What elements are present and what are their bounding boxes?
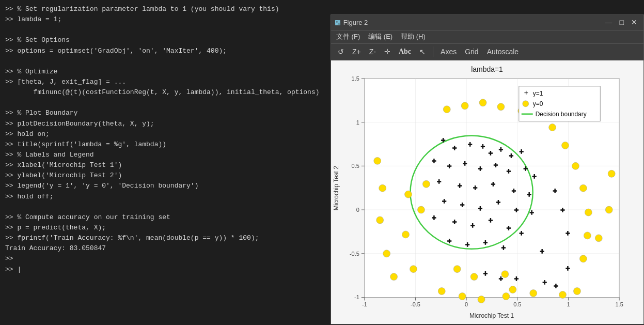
svg-text:+: +: [489, 216, 493, 225]
svg-text:+: +: [514, 274, 519, 283]
svg-point-92: [461, 102, 468, 109]
svg-point-86: [383, 250, 390, 257]
svg-point-108: [459, 292, 466, 300]
term-line-25: >>: [5, 254, 325, 264]
svg-point-116: [453, 265, 461, 272]
term-line-1: >> % Set regularization parameter lambda…: [5, 4, 325, 14]
svg-text:+: +: [463, 160, 467, 168]
svg-point-83: [374, 157, 381, 164]
svg-text:+: +: [483, 269, 488, 277]
toolbar-reset-button[interactable]: ↺: [335, 47, 347, 57]
term-line-20: [5, 202, 325, 212]
term-line-3: [5, 25, 325, 35]
legend-y0-label: y=0: [533, 100, 543, 107]
svg-text:+: +: [481, 143, 485, 151]
figure-window: ▩ Figure 2 — □ ✕ 文件 (F) 编辑 (E) 帮助 (H) ↺ …: [331, 14, 644, 324]
svg-text:+: +: [520, 229, 524, 238]
term-line-21: >> % Compute accuracy on our training se…: [5, 212, 325, 223]
svg-text:+: +: [530, 209, 534, 217]
term-line-16: >> xlabel('Microchip Test 1'): [5, 160, 325, 171]
toolbar-axes-button[interactable]: Axes: [438, 47, 459, 57]
svg-text:+: +: [447, 237, 451, 245]
toolbar-zoom-out-button[interactable]: Z-: [367, 47, 379, 57]
figure-app-icon: ▩: [335, 17, 340, 27]
plot-svg: lambda=1 -1 -0.5: [331, 60, 643, 324]
menu-help[interactable]: 帮助 (H): [401, 32, 426, 41]
svg-text:+: +: [520, 148, 524, 156]
svg-text:+: +: [478, 165, 482, 173]
toolbar-zoom-in-button[interactable]: Z+: [350, 47, 364, 57]
svg-point-90: [410, 265, 417, 272]
toolbar-select-button[interactable]: ↖: [417, 47, 428, 57]
term-line-12: >> plotDecisionBoundary(theta, X, y);: [5, 119, 325, 129]
svg-point-118: [509, 286, 516, 293]
restore-button[interactable]: □: [618, 18, 626, 26]
svg-text:+: +: [509, 152, 513, 160]
toolbar-pan-button[interactable]: ✛: [382, 47, 393, 57]
term-line-8: >> [theta, J, exit_flag] = ...: [5, 77, 325, 87]
svg-text:+: +: [524, 88, 528, 96]
svg-text:+: +: [554, 282, 558, 290]
legend-boundary-label: Decision boundary: [536, 110, 587, 117]
svg-point-112: [573, 287, 580, 295]
window-controls[interactable]: — □ ✕: [603, 18, 639, 26]
menu-bar: 文件 (F) 编辑 (E) 帮助 (H): [331, 30, 643, 44]
menu-edit[interactable]: 编辑 (E): [368, 32, 392, 41]
svg-point-106: [608, 170, 615, 177]
svg-point-113: [422, 180, 430, 188]
plot-area: lambda=1 -1 -0.5: [331, 60, 643, 324]
svg-point-85: [376, 216, 384, 224]
toolbar-text-button[interactable]: Abc: [396, 47, 414, 57]
svg-text:0.5: 0.5: [352, 163, 359, 169]
svg-text:+: +: [473, 184, 477, 192]
term-line-2: >> lambda = 1;: [5, 14, 325, 25]
svg-text:+: +: [560, 206, 564, 214]
term-line-22: >> p = predict(theta, X);: [5, 223, 325, 233]
svg-text:+: +: [465, 240, 469, 249]
svg-text:+: +: [447, 162, 451, 171]
menu-file[interactable]: 文件 (F): [336, 32, 360, 41]
svg-point-93: [479, 99, 486, 106]
svg-text:+: +: [458, 182, 462, 190]
svg-text:+: +: [512, 187, 516, 195]
svg-text:+: +: [442, 197, 446, 206]
svg-text:+: +: [460, 201, 464, 209]
svg-point-101: [585, 209, 592, 216]
term-line-18: >> legend('y = 1', 'y = 0', 'Decision bo…: [5, 181, 325, 191]
svg-text:+: +: [514, 206, 519, 214]
svg-text:+: +: [483, 239, 488, 247]
term-line-10: [5, 98, 325, 108]
svg-point-107: [438, 287, 445, 295]
term-line-24: Train Accuracy: 83.050847: [5, 243, 325, 254]
toolbar-grid-button[interactable]: Grid: [462, 47, 481, 57]
svg-text:+: +: [499, 146, 503, 154]
svg-text:+: +: [441, 136, 445, 145]
term-line-9: fminunc(@(t)(costFunctionReg(t, X, y, la…: [5, 87, 325, 98]
svg-text:+: +: [494, 161, 498, 169]
svg-point-117: [501, 270, 509, 277]
svg-text:+: +: [468, 141, 472, 149]
svg-text:+: +: [542, 278, 546, 286]
svg-point-88: [405, 191, 412, 198]
svg-point-100: [579, 184, 587, 192]
minimize-button[interactable]: —: [603, 18, 615, 26]
svg-text:+: +: [437, 178, 441, 186]
svg-text:+: +: [489, 149, 493, 158]
svg-point-109: [478, 296, 485, 303]
svg-text:+: +: [478, 205, 482, 213]
svg-text:+: +: [566, 264, 570, 272]
term-line-13: >> hold on;: [5, 129, 325, 140]
svg-point-99: [572, 162, 579, 169]
toolbar-autoscale-button[interactable]: Autoscale: [484, 47, 521, 57]
svg-text:+: +: [496, 198, 500, 207]
plot-title: lambda=1: [471, 65, 503, 73]
svg-text:+: +: [566, 229, 570, 238]
svg-text:+: +: [532, 173, 537, 181]
svg-point-105: [605, 206, 612, 213]
svg-text:+: +: [501, 243, 506, 252]
term-line-4: >> % Set Options: [5, 35, 325, 45]
svg-point-103: [579, 255, 587, 262]
close-button[interactable]: ✕: [629, 18, 639, 26]
term-line-26: >> |: [5, 265, 325, 275]
title-icon-area: ▩ Figure 2: [335, 17, 368, 27]
